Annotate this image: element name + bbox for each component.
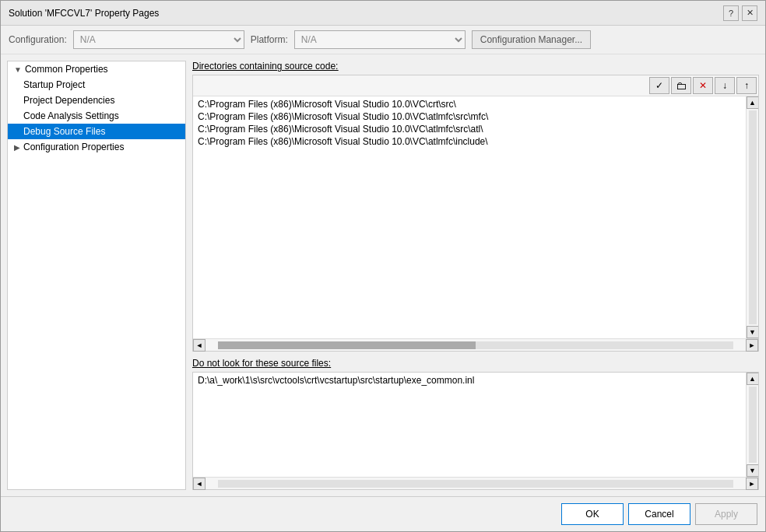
source-dir-entry-1: C:\Program Files (x86)\Microsoft Visual … [196,110,743,123]
tree-label-debug-source: Debug Source Files [23,126,105,137]
hscroll-right-arrow[interactable]: ► [746,339,758,352]
bottom-bar: OK Cancel Apply [1,496,765,531]
source-dirs-toolbar: ✓ 🗀 ✕ ↓ ↑ [193,75,758,96]
no-look-entry-0: D:\a\_work\1\s\src\vctools\crt\vcstartup… [196,374,743,387]
source-dirs-hscrollbar[interactable]: ◄ ► [193,338,758,351]
no-look-list-area: D:\a\_work\1\s\src\vctools\crt\vcstartup… [193,373,758,477]
source-dir-entry-0: C:\Program Files (x86)\Microsoft Visual … [196,98,743,110]
tree-item-config-properties[interactable]: ▶ Configuration Properties [8,139,185,155]
tree-item-project-dependencies[interactable]: Project Dependencies [8,93,185,108]
right-panel: Directories containing source code: ✓ 🗀 … [192,61,759,490]
close-button[interactable]: ✕ [742,5,757,21]
tree-arrow-config: ▶ [14,143,20,152]
no-look-vscroll-up[interactable]: ▲ [747,373,759,385]
dialog-title: Solution 'MFCCVL7' Property Pages [9,8,159,19]
delete-button[interactable]: ✕ [693,77,713,94]
tree-label-proj-dep: Project Dependencies [23,95,114,106]
tree-label-config-props: Configuration Properties [23,142,124,152]
check-button[interactable]: ✓ [649,77,669,94]
no-look-container: D:\a\_work\1\s\src\vctools\crt\vcstartup… [192,372,759,490]
source-dirs-vscrollbar[interactable]: ▲ ▼ [746,96,758,338]
dialog: Solution 'MFCCVL7' Property Pages ? ✕ Co… [0,0,766,532]
hscroll-thumb [218,341,476,349]
no-look-vscroll-track[interactable] [749,387,757,463]
tree-panel: ▼ Common Properties Startup Project Proj… [7,61,186,490]
tree-item-debug-source-files[interactable]: Debug Source Files [8,124,185,139]
title-bar-buttons: ? ✕ [723,5,757,21]
config-select[interactable]: N/A [73,30,244,49]
tree-label-startup: Startup Project [23,79,85,90]
hscroll-left-arrow[interactable]: ◄ [193,339,206,352]
cancel-button[interactable]: Cancel [628,503,690,525]
source-dirs-label: Directories containing source code: [192,61,759,72]
move-up-button[interactable]: ↑ [736,77,757,94]
ok-button[interactable]: OK [561,503,624,525]
move-down-button[interactable]: ↓ [715,77,735,94]
no-look-section: Do not look for these source files: D:\a… [192,358,759,490]
config-bar: Configuration: N/A Platform: N/A Configu… [1,26,765,54]
apply-button[interactable]: Apply [695,503,757,525]
tree-arrow-common: ▼ [14,65,22,74]
tree-label-common: Common Properties [25,64,108,75]
source-dirs-section: Directories containing source code: ✓ 🗀 … [192,61,759,352]
main-content: ▼ Common Properties Startup Project Proj… [1,54,765,496]
no-look-hscroll-left[interactable]: ◄ [193,478,206,490]
no-look-list: D:\a\_work\1\s\src\vctools\crt\vcstartup… [193,373,746,477]
no-look-vscroll-down[interactable]: ▼ [747,464,759,477]
vscroll-track[interactable] [749,110,757,324]
tree-label-code-analysis: Code Analysis Settings [23,110,119,121]
no-look-hscrollbar[interactable]: ◄ ► [193,477,758,489]
title-bar: Solution 'MFCCVL7' Property Pages ? ✕ [1,1,765,26]
no-look-label: Do not look for these source files: [192,358,759,369]
tree-item-common-properties[interactable]: ▼ Common Properties [8,61,185,77]
config-manager-button[interactable]: Configuration Manager... [472,30,591,49]
platform-label: Platform: [251,34,288,45]
config-label: Configuration: [9,34,67,45]
source-dirs-list-area: C:\Program Files (x86)\Microsoft Visual … [193,96,758,338]
source-dir-entry-2: C:\Program Files (x86)\Microsoft Visual … [196,123,743,135]
help-button[interactable]: ? [723,5,739,21]
no-look-hscroll-right[interactable]: ► [746,478,758,490]
no-look-vscrollbar[interactable]: ▲ ▼ [746,373,758,477]
vscroll-up-arrow[interactable]: ▲ [747,96,759,109]
vscroll-down-arrow[interactable]: ▼ [747,326,759,338]
no-look-hscroll-track[interactable] [218,480,733,488]
source-dir-entry-3: C:\Program Files (x86)\Microsoft Visual … [196,135,743,148]
tree-item-code-analysis[interactable]: Code Analysis Settings [8,108,185,124]
hscroll-track[interactable] [218,341,733,349]
folder-button[interactable]: 🗀 [671,77,691,94]
platform-select[interactable]: N/A [294,30,466,49]
source-dirs-list: C:\Program Files (x86)\Microsoft Visual … [193,96,746,338]
source-dirs-container: ✓ 🗀 ✕ ↓ ↑ C:\Program Files (x86)\Microso… [192,75,759,352]
tree-item-startup-project[interactable]: Startup Project [8,77,185,93]
